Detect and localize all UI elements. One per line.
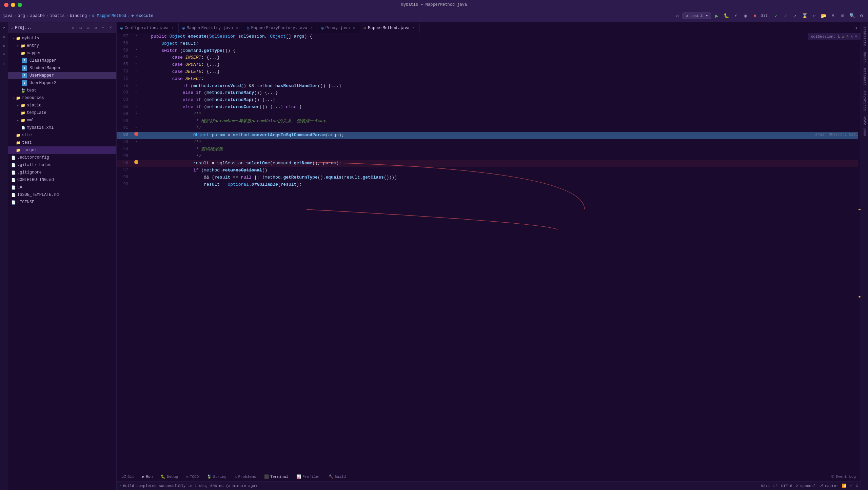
bottom-tab-problems[interactable]: ⚠ Problems [233, 474, 258, 479]
tree-item-site[interactable]: 📁 site [8, 131, 116, 139]
breadcrumb-org[interactable]: org [18, 14, 25, 18]
breakpoint-icon[interactable] [134, 160, 138, 164]
settings-icon[interactable]: ⚙ [858, 12, 865, 20]
gutter-92[interactable] [132, 132, 140, 136]
bottom-tab-build[interactable]: 🔨 Build [327, 474, 348, 479]
fold-icon[interactable]: ▸ [135, 97, 137, 102]
right-tab-database[interactable]: Database [861, 65, 868, 88]
minimize-button[interactable] [11, 3, 15, 7]
code-area[interactable]: 57 ▾ public Object execute(SqlSession sq… [117, 33, 858, 472]
tab-proxy[interactable]: ⊙ Proxy.java × [317, 23, 360, 33]
tab-close-icon[interactable]: × [411, 26, 416, 30]
status-encoding[interactable]: UTF-8 [781, 484, 792, 488]
tree-item-classmapper[interactable]: I ClassMapper [8, 57, 116, 64]
translate-icon[interactable]: A [829, 12, 837, 20]
git-check-icon[interactable]: ✓ [772, 12, 780, 20]
right-tab-wordbook[interactable]: Word Book [861, 114, 868, 139]
git-push-icon[interactable]: ↗ [791, 12, 799, 20]
git-shelf-icon[interactable]: 📂 [820, 12, 827, 20]
tree-item-mapper[interactable]: ▾ 📁 mapper [8, 49, 116, 57]
run-button[interactable]: ▶ [713, 12, 721, 20]
debug-button[interactable]: 🐛 [723, 12, 730, 20]
fold-icon[interactable]: ▸ [135, 68, 137, 74]
right-tab-translate[interactable]: Translate [861, 24, 868, 49]
tree-item-gitattributes[interactable]: 📄 .gitattributes [8, 161, 116, 169]
locate-icon[interactable]: ⊙ [70, 25, 76, 31]
git-check2-icon[interactable]: ✓ [782, 12, 789, 20]
tab-close-icon[interactable]: × [170, 26, 175, 30]
sidebar-pullreq-icon[interactable]: ⇅ [0, 42, 8, 49]
fold-icon[interactable]: ▸ [135, 104, 137, 109]
tree-item-mybatis[interactable]: ▾ 📁 mybatis [8, 35, 116, 42]
right-tab-favorites[interactable]: Favorites [861, 88, 868, 114]
tree-item-xml[interactable]: ▸ 📁 xml [8, 117, 116, 124]
bottom-tab-run[interactable]: ▶ Run [140, 474, 155, 479]
bottom-tab-git[interactable]: ⎇ Git [119, 473, 136, 480]
gutter-96[interactable] [132, 160, 140, 164]
fold-icon[interactable]: ▸ [135, 54, 137, 60]
bottom-tab-spring[interactable]: 🍃 Spring [205, 474, 229, 479]
back-icon[interactable]: ◁ [673, 12, 680, 20]
close-panel-icon[interactable]: × [107, 25, 114, 31]
fold-icon[interactable]: ▸ [135, 83, 137, 88]
tree-item-entry[interactable]: ▸ 📁 entry [8, 42, 116, 49]
tab-overflow-button[interactable]: ▾ [852, 23, 861, 33]
tab-configuration[interactable]: ⊙ Configuration.java × [117, 23, 179, 33]
tree-item-issue[interactable]: 📄 ISSUE_TEMPLATE.md [8, 191, 116, 199]
tab-close-icon[interactable]: × [352, 26, 356, 30]
scroll-indicator[interactable] [858, 33, 861, 472]
fold-icon[interactable]: ▸ [135, 111, 137, 116]
breadcrumb-apache[interactable]: apache [30, 14, 45, 18]
tree-item-la[interactable]: 📄 LA [8, 184, 116, 191]
tab-mappermethod[interactable]: ⊙ MapperMethod.java × [360, 23, 420, 33]
breadcrumb-method[interactable]: ⊕ execute [131, 13, 153, 18]
tree-item-mybatis-xml[interactable]: 📄 mybatis.xml [8, 124, 116, 131]
collapse-all-icon[interactable]: ⊟ [78, 25, 84, 31]
tree-item-editorconfig[interactable]: 📄 .editorconfig [8, 154, 116, 161]
sidebar-commit-icon[interactable]: ⊘ [0, 33, 8, 41]
right-tab-maven[interactable]: Maven [861, 49, 868, 66]
tree-item-usermapper2[interactable]: I UserMapper2 [8, 79, 116, 87]
settings-tree-icon[interactable]: ⚙ [93, 25, 99, 31]
sidebar-structure-icon[interactable]: ≡ [0, 51, 8, 58]
fold-icon[interactable]: ▸ [135, 125, 137, 130]
minimize-panel-icon[interactable]: – [100, 25, 106, 31]
breakpoint-icon[interactable] [134, 132, 138, 136]
tree-item-contributing[interactable]: 📄 CONTRIBUTING.md [8, 176, 116, 184]
breadcrumb-java[interactable]: java [3, 14, 13, 18]
bottom-tab-todo[interactable]: ≡ TODO [184, 474, 201, 479]
tree-item-resources[interactable]: ▾ 📁 resources [8, 94, 116, 102]
tab-close-icon[interactable]: × [235, 26, 239, 30]
git-status[interactable]: ⎇ master [819, 484, 839, 488]
maximize-button[interactable] [18, 3, 22, 7]
fold-icon[interactable]: ▾ [135, 33, 137, 38]
tree-item-test-root[interactable]: 📁 test [8, 139, 116, 146]
tree-item-target[interactable]: 📁 target [8, 146, 116, 154]
scroll-down-icon[interactable]: ∨ [855, 34, 857, 39]
git-revert-icon[interactable]: ↩ [810, 12, 818, 20]
layout-icon[interactable]: ⊞ [839, 12, 846, 20]
search-icon[interactable]: 🔍 [848, 12, 856, 20]
sidebar-favorites-icon[interactable]: ☆ [0, 60, 8, 67]
fold-icon[interactable]: ▾ [135, 47, 137, 52]
status-line-ending[interactable]: LF [773, 484, 778, 488]
attach-icon[interactable]: ⚡ [732, 12, 739, 20]
branch-selector[interactable]: ⊘ test.b ▾ [683, 13, 711, 19]
tree-item-usermapper[interactable]: I UserMapper [8, 72, 116, 79]
tab-mapperregistry[interactable]: ⊙ MapperRegistry.java × [179, 23, 243, 33]
bottom-tab-terminal[interactable]: ⬛ Terminal [262, 474, 290, 479]
tree-item-studentmapper[interactable]: I StudentMapper [8, 64, 116, 72]
tree-item-template[interactable]: 📁 template [8, 109, 116, 117]
status-position[interactable]: 92:1 [761, 484, 770, 488]
fold-icon[interactable]: ▸ [135, 89, 137, 95]
sidebar-project-icon[interactable]: P [0, 24, 8, 32]
bottom-tab-debug[interactable]: 🐛 Debug [159, 474, 180, 479]
expand-all-icon[interactable]: ⊞ [85, 25, 91, 31]
breadcrumb-binding[interactable]: binding [70, 14, 87, 18]
close-button[interactable] [4, 3, 8, 7]
status-indent[interactable]: 2 spaces* [796, 484, 816, 488]
fold-icon[interactable]: ▸ [135, 139, 137, 144]
tree-item-static[interactable]: ▸ 📁 static [8, 102, 116, 109]
scroll-up-icon[interactable]: ∧ [851, 34, 853, 39]
tree-item-gitignore[interactable]: 📄 .gitignore [8, 169, 116, 176]
